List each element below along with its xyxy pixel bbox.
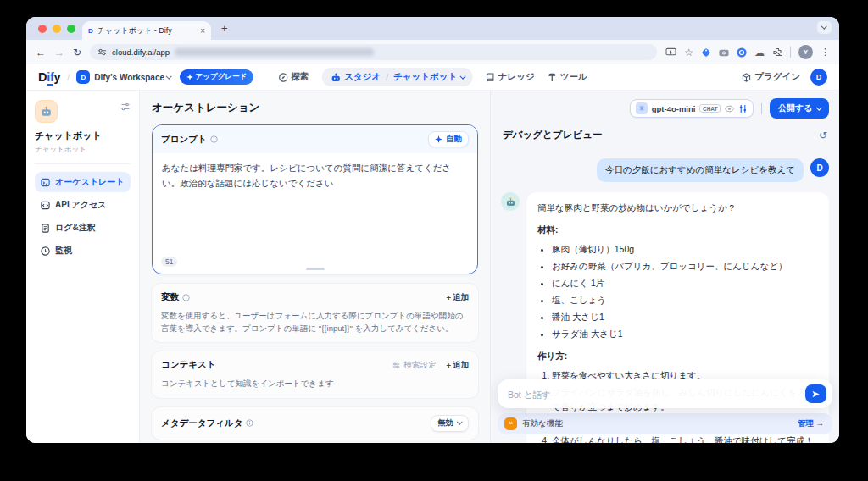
upgrade-button[interactable]: アップグレード (180, 69, 254, 85)
variables-label-row: 変数 (161, 291, 190, 303)
chevron-down-icon (816, 104, 821, 109)
browser-menu-icon[interactable]: ⋮ (821, 47, 830, 58)
extensions-puzzle-icon[interactable] (772, 47, 782, 58)
metadata-filter-dropdown[interactable]: 無効 (431, 415, 470, 432)
bot-avatar-robot-icon (501, 192, 520, 211)
app-switcher-icon[interactable] (120, 102, 131, 112)
bot-intro: 簡単な豚肉と野菜の炒め物はいかがでしょうか？ (537, 201, 818, 215)
send-to-device-icon[interactable] (665, 47, 676, 57)
log-icon (41, 224, 50, 233)
prompt-textarea[interactable]: あなたは料理専門家です。レシピについての質問に簡潔に答えてください。政治的な話題… (153, 153, 477, 199)
variables-description: 変数を使用すると、ユーザーはフォームに入力する際にプロンプトの単語や開始の言葉を… (161, 309, 469, 334)
password-manager-icon[interactable] (737, 47, 747, 58)
sparkle-icon (186, 74, 193, 80)
workspace-selector[interactable]: Dify's Workspace (94, 73, 164, 82)
forward-icon[interactable]: → (54, 47, 64, 58)
list-item: にんにく 1片 (552, 276, 818, 290)
cloud-extension-icon[interactable]: ☁ (754, 47, 765, 58)
chevron-down-icon (821, 24, 826, 29)
app-body: チャットボット チャットボット オーケストレート API アクセス ログ&注釈 … (26, 91, 839, 443)
add-variable-button[interactable]: + 追加 (446, 292, 469, 303)
reload-icon[interactable]: ↻ (73, 47, 81, 58)
debug-preview-title: デバッグとプレビュー (503, 129, 602, 141)
tab-strip-chevron-button[interactable] (817, 21, 832, 34)
plus-icon: + (446, 293, 451, 302)
url-text: cloud.dify.ai/app (112, 47, 170, 57)
tune-icon (392, 362, 400, 369)
sidebar-item-orchestrate[interactable]: オーケストレート (35, 172, 131, 192)
app-name: チャットボット (35, 130, 131, 142)
nav-studio-pill: スタジオ / チャットボット (321, 68, 473, 86)
steps-heading: 作り方: (537, 349, 818, 363)
new-tab-button[interactable]: + (221, 22, 228, 35)
site-settings-icon[interactable] (97, 47, 107, 57)
send-icon (811, 390, 821, 399)
orchestration-panel: オーケストレーション プロンプト 自動 あなたは料理専門家です。レシピについての… (140, 91, 490, 443)
orchestrate-icon (41, 178, 50, 187)
citation-feature-icon: ❝ (504, 417, 517, 430)
nav-knowledge[interactable]: ナレッジ (486, 71, 535, 83)
browser-tab[interactable]: D チャットボット - Dify × (82, 21, 211, 40)
user-message-bubble: 今日の夕飯におすすめの簡単なレシピを教えて (597, 158, 804, 182)
send-button[interactable] (805, 384, 826, 403)
chat-area: 今日の夕飯におすすめの簡単なレシピを教えて D 簡単な豚肉と野菜の炒め物はいかが… (491, 143, 839, 443)
app-type: チャットボット (35, 145, 131, 155)
tag-extension-icon[interactable] (701, 47, 711, 58)
back-icon[interactable]: ← (36, 47, 46, 58)
app-sidebar: チャットボット チャットボット オーケストレート API アクセス ログ&注釈 … (26, 91, 140, 443)
debug-panel: ✳ gpt-4o-mini CHAT 公開する デバッグとプレビュー ↺ (490, 91, 839, 443)
add-context-button[interactable]: + 追加 (446, 360, 469, 371)
camera-extension-icon[interactable] (719, 48, 729, 57)
account-avatar[interactable]: D (810, 69, 827, 86)
address-bar[interactable]: cloud.dify.ai/app (90, 44, 657, 60)
browser-toolbar: ← → ↻ cloud.dify.ai/app ☆ ☁ Y ⋮ (26, 40, 839, 64)
header-slash: / (67, 72, 70, 82)
nav-studio[interactable]: スタジオ (330, 71, 381, 83)
chevron-down-icon (166, 73, 171, 78)
hammer-icon (548, 73, 557, 82)
chevron-down-icon (457, 419, 462, 424)
close-window-button[interactable] (38, 25, 47, 33)
manage-features-link[interactable]: 管理 → (798, 418, 824, 429)
page-title: オーケストレーション (152, 101, 478, 115)
tab-close-icon[interactable]: × (200, 26, 205, 36)
model-selector[interactable]: ✳ gpt-4o-mini CHAT (630, 99, 754, 118)
prompt-label-row: プロンプト (161, 134, 218, 146)
info-icon (182, 294, 190, 301)
model-settings-sliders-icon[interactable] (738, 104, 748, 113)
bookmark-star-icon[interactable]: ☆ (684, 47, 693, 58)
toolbar-divider (790, 47, 791, 58)
nav-explore[interactable]: 探索 (278, 71, 309, 83)
retrieval-settings-button[interactable]: 検索設定 (392, 360, 436, 371)
dify-logo[interactable]: Dify (38, 70, 60, 84)
sidebar-divider (35, 163, 131, 164)
info-icon (210, 135, 218, 143)
sidebar-item-logs[interactable]: ログ&注釈 (35, 218, 131, 238)
browser-profile-avatar[interactable]: Y (798, 45, 813, 59)
tab-title: チャットボット - Dify (97, 25, 196, 36)
zoom-window-button[interactable] (67, 25, 75, 33)
sidebar-item-api-access[interactable]: API アクセス (35, 195, 131, 215)
dify-favicon: D (88, 27, 93, 35)
toolbar-actions: ☆ ☁ Y ⋮ (665, 45, 830, 59)
nav-current-app[interactable]: チャットボット (393, 71, 465, 83)
sidebar-item-monitoring[interactable]: 監視 (35, 240, 131, 261)
robot-icon (330, 73, 341, 82)
chat-input[interactable] (508, 390, 797, 400)
list-item: お好みの野菜（パプリカ、ブロッコリー、にんじんなど） (552, 259, 818, 274)
book-icon (486, 73, 495, 82)
resize-handle[interactable] (306, 268, 325, 270)
enabled-features-bar: ❝ 有効な機能 管理 → (498, 413, 832, 434)
openai-model-icon: ✳ (636, 102, 648, 114)
publish-button[interactable]: 公開する (770, 98, 829, 119)
nav-plugins[interactable]: プラグイン (742, 71, 800, 83)
browser-window: D チャットボット - Dify × + ← → ↻ cloud.dify.ai… (26, 17, 839, 443)
info-icon (246, 419, 253, 427)
sparkle-icon (435, 135, 442, 143)
package-icon (742, 73, 751, 82)
nav-tools[interactable]: ツール (548, 71, 587, 83)
auto-generate-button[interactable]: 自動 (428, 131, 469, 147)
minimize-window-button[interactable] (53, 25, 61, 33)
variables-section: 変数 + 追加 変数を使用すると、ユーザーはフォームに入力する際にプロンプトの単… (152, 284, 478, 342)
restart-conversation-icon[interactable]: ↺ (819, 130, 827, 141)
